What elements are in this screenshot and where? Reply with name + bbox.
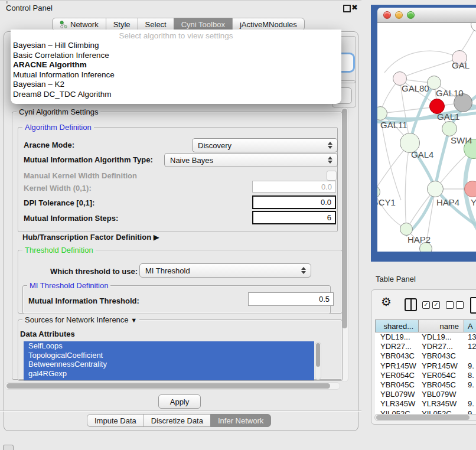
table-cell[interactable]: 9 [465,409,476,415]
scrollbar-thumb[interactable] [316,343,320,367]
hide-unchecked-columns-icon[interactable] [446,301,464,309]
table-row[interactable]: YIL052CYIL052C9 [375,409,476,415]
desktop: Control Panel ✖ Network Style Select [0,0,476,450]
expand-right-icon[interactable]: ▶ [154,233,159,242]
settings-horizontal-scrollbar[interactable] [5,382,340,390]
network-node-swi4[interactable] [442,121,457,136]
gear-icon[interactable]: ⚙ [381,295,392,309]
mi-steps-input[interactable]: 6 [252,211,336,224]
tab-network[interactable]: Network [52,18,106,31]
close-icon[interactable]: ✖ [351,3,358,12]
table-cell[interactable]: YBR043C [375,351,419,361]
aracne-mode-select[interactable]: Discovery [192,138,338,152]
algorithm-option[interactable]: Basic Correlation Inference [11,51,341,61]
data-attribute-item[interactable]: TopologicalCoefficient [24,351,314,360]
zoom-traffic-light[interactable] [407,11,415,19]
table-cell[interactable]: YLR345W [419,399,465,409]
column-header-clipped[interactable]: A [464,319,476,332]
data-attribute-item[interactable]: SelfLoops [24,341,314,351]
table-horizontal-scrollbar[interactable] [374,414,476,421]
network-node-y[interactable] [464,181,476,197]
table-cell[interactable]: YER054C [419,371,465,380]
table-cell[interactable]: YDL19... [375,332,419,342]
tab-style[interactable]: Style [106,18,138,31]
table-row[interactable]: YLR345WYLR345W9. [375,399,476,409]
table-cell[interactable]: YPR145W [419,361,465,371]
table-cell[interactable]: YBR045C [419,380,465,390]
minimize-traffic-light[interactable] [395,11,403,19]
table-cell[interactable]: 9. [465,399,476,409]
table-cell[interactable]: 12 [465,342,476,351]
tab-infer-network[interactable]: Infer Network [210,414,271,427]
algorithm-option[interactable]: ARACNE Algorithm [11,60,341,70]
tab-cyni-toolbox[interactable]: Cyni Toolbox [174,18,233,31]
algorithm-option[interactable]: Dream8 DC_TDC Algorithm [11,90,341,100]
tab-impute-data[interactable]: Impute Data [87,414,144,427]
table-row[interactable]: YBL079WYBL079W [375,390,476,399]
table-cell[interactable]: YDR27... [375,342,419,351]
table-cell[interactable]: 9. [465,361,476,371]
columns-icon[interactable] [405,298,417,311]
window-title: Control Panel [6,4,53,12]
dpi-tolerance-input[interactable]: 0.0 [252,195,336,209]
table-cell[interactable]: YIL052C [375,409,419,415]
node-label: GAL11 [380,120,407,130]
network-canvas[interactable]: GALGAL80GAL10GAL1GAL11SWI4GAL4GCY1HAP4YH… [377,23,476,252]
table-cell[interactable]: YDR27... [419,342,465,351]
data-attribute-item[interactable]: gal4RGexp [24,369,314,379]
table-cell[interactable]: YBR045C [375,380,419,390]
table-cell[interactable] [465,390,476,399]
tab-select[interactable]: Select [138,18,174,31]
network-node-hap2[interactable] [400,223,413,236]
table-cell[interactable]: YLR345W [375,399,419,409]
table-cell[interactable]: 9. [465,380,476,390]
collapse-down-icon[interactable]: ▼ [131,317,137,324]
apply-button[interactable]: Apply [158,394,201,409]
table-row[interactable]: YBR045CYBR045C9. [375,380,476,390]
network-node-hap4[interactable] [427,181,444,197]
kernel-width-input[interactable]: 0.0 [252,181,336,193]
table-cell[interactable]: YDL19... [419,332,465,342]
tab-discretize-data[interactable]: Discretize Data [144,414,211,427]
algorithm-option[interactable]: Bayesian – K2 [11,80,341,90]
tab-label: Discretize Data [151,416,203,425]
table-row[interactable]: YPR145WYPR145W9. [375,361,476,371]
table-row[interactable]: YDL19...YDL19...13 [375,332,476,342]
table-cell[interactable]: 13 [465,332,476,342]
scrollbar-thumb[interactable] [376,415,470,420]
bottom-left-minimized-icon[interactable] [3,445,14,450]
table-cell[interactable]: 8. [465,371,476,380]
node-label: GAL [452,60,470,70]
new-table-icon[interactable] [470,297,476,314]
close-traffic-light[interactable] [383,11,391,19]
column-header-shared-name[interactable]: shared... [375,319,419,332]
float-window-icon[interactable] [343,5,351,12]
table-row[interactable]: YDR27...YDR27...12 [375,342,476,351]
tab-jactivemnodules[interactable]: jActiveMNodules [232,18,305,31]
which-threshold-select[interactable]: MI Threshold [139,263,311,278]
table-cell[interactable]: YBL079W [419,390,465,399]
column-header-name[interactable]: name [418,319,464,332]
table-row[interactable]: YER054CYER054C8. [375,371,476,380]
attributes-list-scrollbar[interactable] [315,342,321,380]
hub-definition-label[interactable]: Hub/Transcription Factor Definition ▶ [22,233,159,242]
manual-kernel-checkbox[interactable] [327,171,337,181]
scrollbar-thumb[interactable] [6,383,330,389]
control-panel-tabs: Network Style Select Cyni Toolbox jActiv… [52,18,305,31]
table-cell[interactable]: YER054C [375,371,419,380]
show-checked-columns-icon[interactable]: ✓ ✓ [422,301,440,309]
table-row[interactable]: YBR043CYBR043C [375,351,476,361]
unchecked-box-icon [446,301,454,309]
mi-threshold-input[interactable]: 0.5 [248,292,334,306]
table-cell[interactable]: YBR043C [419,351,465,361]
algorithm-option[interactable]: Bayesian – Hill Climbing [11,41,341,51]
table-cell[interactable]: YBL079W [375,390,419,399]
node-label: HAP4 [436,197,459,207]
table-cell[interactable]: YPR145W [375,361,419,371]
network-window-titlebar[interactable] [377,8,476,23]
mi-algorithm-type-select[interactable]: Naive Bayes [164,153,338,167]
data-attribute-item[interactable]: BetweennessCentrality [24,360,314,369]
table-cell[interactable] [465,351,476,361]
table-cell[interactable]: YIL052C [419,409,465,415]
algorithm-option[interactable]: Mutual Information Inference [11,70,341,80]
